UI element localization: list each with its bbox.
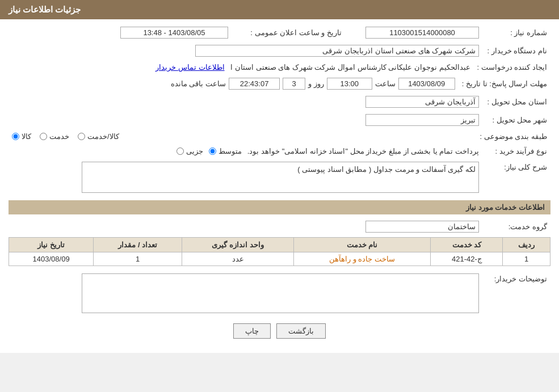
purchase-type-radio-middle[interactable] [209,147,216,155]
reply-time-value: 13:00 [327,78,372,90]
purchase-type-small-label: جزیی [186,147,203,155]
cell-service-code: ج-42-421 [431,252,503,266]
col-service-name: نام خدمت [293,238,430,252]
contact-link[interactable]: اطلاعات تماس خریدار [155,63,224,71]
remaining-label: ساعت باقی مانده [171,79,226,88]
created-by-label: ایجاد کننده درخواست : [474,61,550,73]
days-label: روز و [308,79,324,88]
category-radio-kala-khedmat[interactable] [78,133,85,140]
purchase-type-row: نوع فرآیند خرید : پرداخت تمام یا بخشی از… [9,145,550,157]
created-by-value: عبدالحکیم نوجوان علیکانی کارشناس اموال ش… [230,63,470,71]
button-row: بازگشت چاپ [9,323,550,339]
cell-unit: عدد [182,252,294,266]
col-quantity: تعداد / مقدار [94,238,182,252]
service-group-row: گروه خدمت: ساختمان [9,219,550,234]
delivery-province-value: آذربایجان شرقی [365,96,479,108]
need-number-label: شماره نیاز : [482,25,550,40]
purchase-type-radio-small[interactable] [176,147,184,155]
main-content: شماره نیاز : 1103001514000080 تاریخ و سا… [0,19,559,353]
delivery-city-row: شهر محل تحویل : تبریز [9,112,550,128]
category-khedmat-label: خدمت [49,132,69,141]
delivery-province-row: استان محل تحویل : آذربایجان شرقی [9,94,550,109]
buyer-org-value: شرکت شهرک های صنعتی استان اذربایجان شرقی [195,45,479,57]
description-value: لکه گیری آسفالت و مرمت جداول ( مطابق اسن… [82,162,479,193]
service-group-label: گروه خدمت: [482,219,550,234]
table-row: 1 ج-42-421 ساخت جاده و راهآهن عدد 1 1403… [9,252,550,266]
description-label: شرح کلی نیاز: [482,160,550,195]
announce-date-value: 1403/08/05 - 13:48 [120,27,228,39]
need-number-row: شماره نیاز : 1103001514000080 تاریخ و سا… [9,25,550,40]
services-section-title: اطلاعات خدمات مورد نیاز [9,200,550,214]
category-radio-kala[interactable] [12,133,19,140]
purchase-type-small: جزیی [176,147,203,155]
category-radio-khedmat[interactable] [40,133,47,140]
col-service-code: کد خدمت [431,238,503,252]
delivery-province-label: استان محل تحویل : [482,94,550,109]
cell-quantity: 1 [94,252,182,266]
created-by-row: ایجاد کننده درخواست : عبدالحکیم نوجوان ع… [9,61,550,73]
buyer-notes-label: توضیحات خریدار: [482,272,550,315]
buyer-org-label: نام دستگاه خریدار : [482,43,550,58]
buyer-notes-row: توضیحات خریدار: [9,272,550,315]
category-kala-label: کالا [22,132,31,141]
category-options: کالا/خدمت خدمت کالا [12,132,473,141]
announce-date-label: تاریخ و ساعت اعلان عمومی : [232,25,345,40]
page-container: جزئیات اطلاعات نیاز شماره نیاز : 1103001… [0,0,559,353]
delivery-city-value: تبریز [365,114,479,126]
purchase-type-note: پرداخت تمام یا بخشی از مبلغ خریداز محل "… [247,147,479,155]
buyer-notes-value [82,273,479,313]
time-label: ساعت [375,79,396,88]
col-unit: واحد اندازه گیری [182,238,294,252]
print-button[interactable]: چاپ [233,323,271,339]
description-row: شرح کلی نیاز: لکه گیری آسفالت و مرمت جدا… [9,160,550,195]
category-label: طبقه بندی موضوعی : [477,130,550,142]
purchase-type-middle-label: متوسط [218,147,242,155]
cell-date: 1403/08/09 [9,252,94,266]
cell-service-name: ساخت جاده و راهآهن [293,252,430,266]
category-kala-khedmat-label: کالا/خدمت [87,132,119,141]
reply-days-value: 3 [283,78,305,90]
cell-row-num: 1 [503,252,550,266]
reply-deadline-row: مهلت ارسال پاسخ: تا تاریخ : 1403/08/09 س… [9,76,550,91]
category-option-khedmat: خدمت [40,132,69,141]
delivery-city-label: شهر محل تحویل : [482,112,550,128]
reply-deadline-label: مهلت ارسال پاسخ: تا تاریخ : [459,76,550,91]
reply-remaining-value: 22:43:07 [229,78,280,90]
purchase-type-label: نوع فرآیند خرید : [482,145,550,157]
reply-date-value: 1403/08/09 [398,78,455,90]
purchase-type-middle: متوسط [209,147,242,155]
need-number-value: 1103001514000080 [365,27,479,39]
purchase-type-options: پرداخت تمام یا بخشی از مبلغ خریداز محل "… [12,147,479,155]
buyer-org-row: نام دستگاه خریدار : شرکت شهرک های صنعتی … [9,43,550,58]
col-date: تاریخ نیاز [9,238,94,252]
page-title: جزئیات اطلاعات نیاز [9,5,81,14]
category-row: طبقه بندی موضوعی : کالا/خدمت خدمت کالا [9,130,550,142]
col-row-num: ردیف [503,238,550,252]
category-option-kala-khedmat: کالا/خدمت [78,132,119,141]
category-option-kala: کالا [12,132,31,141]
services-table: ردیف کد خدمت نام خدمت واحد اندازه گیری ت… [9,237,550,266]
service-group-value: ساختمان [365,221,479,233]
back-button[interactable]: بازگشت [276,323,326,339]
page-header: جزئیات اطلاعات نیاز [0,0,559,19]
